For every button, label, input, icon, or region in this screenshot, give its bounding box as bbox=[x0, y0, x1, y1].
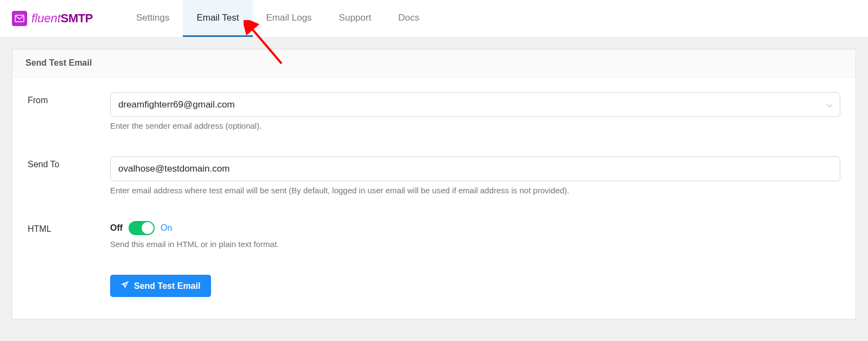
tab-email-logs[interactable]: Email Logs bbox=[253, 0, 326, 37]
send-to-row: Send To Enter email address where test e… bbox=[28, 156, 840, 195]
from-row: From dreamfighterr69@gmail.com Enter the… bbox=[28, 92, 840, 130]
toggle-off-label: Off bbox=[110, 223, 123, 233]
send-to-hint: Enter email address where test email wil… bbox=[110, 186, 840, 195]
tabs-nav: Settings Email Test Email Logs Support D… bbox=[123, 0, 433, 37]
tab-docs[interactable]: Docs bbox=[385, 0, 433, 37]
from-select[interactable]: dreamfighterr69@gmail.com bbox=[110, 92, 840, 117]
send-test-email-button[interactable]: Send Test Email bbox=[110, 275, 211, 297]
panel-title: Send Test Email bbox=[12, 49, 856, 77]
html-toggle[interactable] bbox=[129, 221, 155, 235]
html-label: HTML bbox=[28, 221, 110, 249]
send-button-label: Send Test Email bbox=[134, 281, 200, 291]
from-label: From bbox=[28, 92, 110, 130]
paper-plane-icon bbox=[121, 281, 129, 291]
send-to-input[interactable] bbox=[110, 156, 840, 181]
from-hint: Enter the sender email address (optional… bbox=[110, 121, 840, 130]
html-hint: Send this email in HTML or in plain text… bbox=[110, 239, 840, 249]
brand-logo: fluentSMTP bbox=[12, 11, 93, 26]
tab-settings[interactable]: Settings bbox=[123, 0, 183, 37]
send-to-label: Send To bbox=[28, 156, 110, 195]
brand-text: fluentSMTP bbox=[31, 11, 93, 26]
top-nav: fluentSMTP Settings Email Test Email Log… bbox=[0, 0, 868, 37]
envelope-icon bbox=[12, 11, 27, 26]
toggle-on-label: On bbox=[161, 223, 172, 233]
html-row: HTML Off On Send this email in HTML or i… bbox=[28, 221, 840, 249]
send-test-email-panel: Send Test Email From dreamfighterr69@gma… bbox=[12, 49, 856, 319]
tab-support[interactable]: Support bbox=[326, 0, 385, 37]
tab-email-test[interactable]: Email Test bbox=[183, 0, 252, 37]
